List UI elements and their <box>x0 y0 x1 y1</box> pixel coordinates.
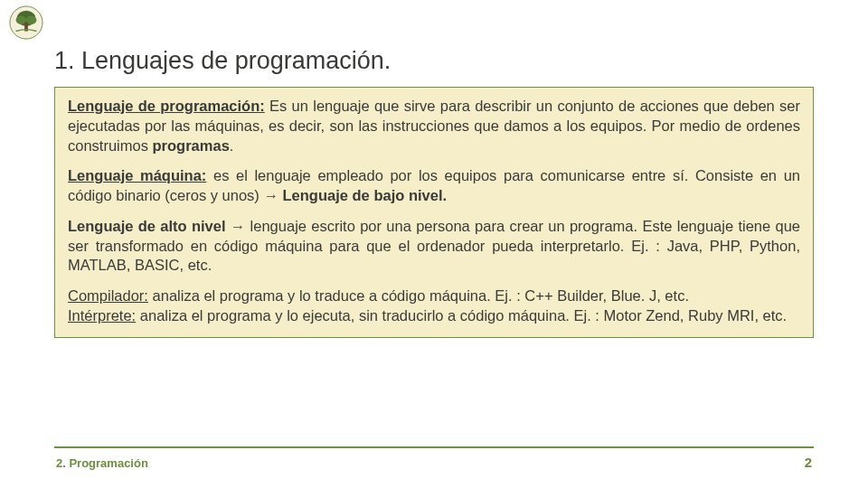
def-bold-1: programas <box>153 137 230 154</box>
def-term-4a: Compilador: <box>68 287 148 304</box>
paragraph-2: Lenguaje máquina: es el lenguaje emplead… <box>68 166 800 206</box>
paragraph-1: Lenguaje de programación: Es un lenguaje… <box>68 97 800 155</box>
paragraph-3: Lenguaje de alto nivel → lenguaje escrit… <box>68 217 800 276</box>
content-box: Lenguaje de programación: Es un lenguaje… <box>54 87 814 338</box>
def-bold-2: Lenguaje de bajo nivel. <box>283 187 448 203</box>
def-body-4a: analiza el programa y lo traduce a códig… <box>148 287 689 304</box>
page-number: 2 <box>805 455 812 470</box>
def-term-1: Lenguaje de programación: <box>68 98 265 114</box>
def-post-1: . <box>230 137 234 154</box>
footer-divider <box>54 446 814 448</box>
def-body-4b: analiza el programa y lo ejecuta, sin tr… <box>136 307 787 324</box>
def-term-2: Lenguaje máquina: <box>68 167 206 183</box>
def-term-3: Lenguaje de alto nivel <box>68 218 226 234</box>
tree-logo <box>9 5 43 40</box>
footer-section-label: 2. Programación <box>56 456 148 470</box>
def-term-4b: Intérprete: <box>68 307 136 324</box>
paragraph-4: Compilador: analiza el programa y lo tra… <box>68 286 800 326</box>
page-title: 1. Lenguajes de programación. <box>54 47 391 75</box>
